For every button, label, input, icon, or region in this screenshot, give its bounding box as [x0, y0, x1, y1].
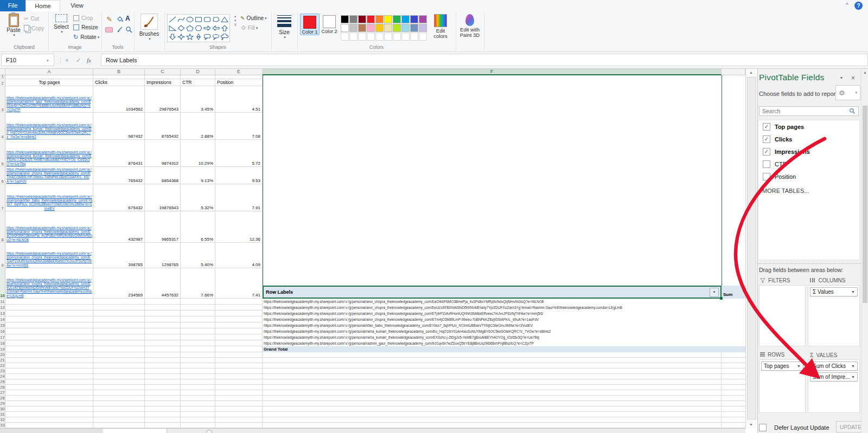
new-sheet-icon[interactable]: [206, 430, 212, 433]
grid-cell-G29[interactable]: [722, 401, 745, 406]
grid-cell[interactable]: [181, 401, 215, 406]
grid-cell[interactable]: [215, 346, 263, 352]
field-checkbox[interactable]: [763, 173, 770, 180]
grid-cell[interactable]: [215, 328, 263, 334]
pivot-area-pill[interactable]: Σ Values▼: [810, 287, 858, 296]
cancel-formula-icon[interactable]: ×: [65, 57, 68, 63]
grid-cell[interactable]: 398765: [93, 243, 145, 268]
polygon-shape[interactable]: [212, 15, 220, 24]
grid-cell[interactable]: 876431: [93, 140, 145, 167]
grid-cell[interactable]: [5, 316, 93, 322]
grid-cell[interactable]: 7.41: [215, 268, 263, 299]
grid-cell[interactable]: [145, 369, 181, 374]
grid-cell-G26[interactable]: [722, 385, 745, 390]
grid-cell[interactable]: 10.29%: [181, 140, 215, 167]
grid-cell[interactable]: [93, 328, 145, 334]
grid-cell-G25[interactable]: [722, 379, 745, 385]
grid-cell[interactable]: [5, 340, 93, 346]
palette-swatch-empty[interactable]: [375, 33, 384, 41]
grid-cell[interactable]: [181, 417, 215, 423]
grid-cell[interactable]: [145, 379, 181, 385]
grid-cell[interactable]: [181, 358, 215, 363]
palette-swatch-empty[interactable]: [393, 33, 401, 41]
grid-cell-G27[interactable]: [722, 390, 745, 396]
magnifier-tool[interactable]: [125, 26, 132, 33]
grid-cell-G5[interactable]: [722, 140, 745, 167]
grid-cell-G17[interactable]: [722, 334, 745, 340]
grid-cell[interactable]: Clicks: [93, 79, 145, 86]
color1-button[interactable]: Color 1: [300, 14, 320, 35]
hexagon-shape[interactable]: [194, 24, 203, 33]
grid-cell[interactable]: [93, 352, 145, 358]
grid-cell[interactable]: [93, 412, 145, 417]
row-header-22[interactable]: 22: [0, 363, 5, 369]
grid-cell-G20[interactable]: [722, 352, 745, 358]
grid-cell[interactable]: [93, 390, 145, 396]
grid-cell-F7[interactable]: [263, 184, 722, 211]
crop-button[interactable]: Crop: [73, 15, 93, 21]
rounded-rectangle-shape[interactable]: [203, 15, 212, 24]
palette-swatch[interactable]: [367, 24, 375, 32]
grid-cell[interactable]: [93, 396, 145, 401]
oval-callout-shape[interactable]: [212, 33, 220, 41]
edit-colors-button[interactable]: Edit colors: [429, 14, 452, 39]
more-tables-link[interactable]: MORE TABLES...: [762, 188, 809, 194]
grid-cell[interactable]: [181, 385, 215, 390]
field-checkbox[interactable]: [763, 160, 770, 168]
grid-cell[interactable]: [5, 334, 93, 340]
grid-cell-F22[interactable]: [263, 363, 722, 369]
grid-cell-F2[interactable]: [263, 79, 722, 86]
grid-cell-G8[interactable]: [722, 211, 745, 243]
grid-cell[interactable]: [145, 417, 181, 423]
grid-cell[interactable]: [145, 406, 181, 412]
grid-cell[interactable]: 19876543: [145, 184, 181, 211]
grid-cell[interactable]: https://theknowledgeacademytth-my.sharep…: [5, 211, 93, 243]
grid-cell[interactable]: [145, 423, 181, 428]
grid-cell[interactable]: [181, 369, 215, 374]
row-header-11[interactable]: 11: [0, 299, 5, 305]
grid-cell[interactable]: [215, 305, 263, 311]
grid-cell[interactable]: [215, 379, 263, 385]
grid-cell[interactable]: [181, 423, 215, 428]
palette-swatch[interactable]: [384, 24, 392, 32]
grid-cell-G32[interactable]: [722, 417, 745, 423]
grid-cell[interactable]: Position: [215, 79, 263, 86]
grid-cell[interactable]: [215, 374, 263, 379]
grid-cell[interactable]: [215, 334, 263, 340]
grid-cell-G16[interactable]: [722, 328, 745, 334]
pane-scrollbar[interactable]: ▲: [861, 69, 868, 433]
palette-swatch[interactable]: [384, 15, 392, 23]
grid-cell[interactable]: [181, 363, 215, 369]
grid-cell-F14[interactable]: https://theknowledgeacademytth-my.sharep…: [263, 316, 722, 322]
up-arrow-shape[interactable]: [220, 24, 229, 33]
column-header-A[interactable]: A: [5, 69, 93, 75]
grid-cell[interactable]: 7.66%: [181, 268, 215, 299]
grid-cell[interactable]: [5, 311, 93, 316]
grid-cell[interactable]: [5, 75, 93, 79]
active-sheet-tab[interactable]: [103, 429, 167, 433]
grid-cell-F28[interactable]: [263, 396, 722, 401]
grid-cell[interactable]: [215, 75, 263, 79]
grid-cell[interactable]: [215, 412, 263, 417]
name-box-dropdown-icon[interactable]: ▾: [47, 59, 49, 63]
grid-cell[interactable]: [181, 346, 215, 352]
grid-cell[interactable]: CTR: [181, 79, 215, 86]
palette-swatch-empty[interactable]: [410, 33, 418, 41]
palette-swatch-empty[interactable]: [384, 33, 392, 41]
grid-cell[interactable]: [215, 340, 263, 346]
grid-cell[interactable]: [93, 299, 145, 305]
grid-cell[interactable]: [215, 322, 263, 328]
row-header-24[interactable]: 24: [0, 374, 5, 379]
grid-cell-G13[interactable]: [722, 311, 745, 316]
tab-file[interactable]: File: [0, 0, 25, 11]
grid-cell[interactable]: 2.88%: [181, 113, 215, 140]
rounded-callout-shape[interactable]: [203, 33, 212, 41]
scrollbar-thumb[interactable]: [863, 106, 867, 303]
grid-cell-F16[interactable]: https://theknowledgeacademytth-my.sharep…: [263, 328, 722, 334]
spreadsheet-grid[interactable]: ABCDEF12Top pagesClicksImpressionsCTRPos…: [0, 69, 745, 428]
grid-cell[interactable]: [93, 417, 145, 423]
grid-cell[interactable]: [5, 363, 93, 369]
grid-cell-F6[interactable]: [263, 167, 722, 184]
grid-cell-F3[interactable]: [263, 86, 722, 113]
oval-shape[interactable]: [186, 15, 194, 24]
